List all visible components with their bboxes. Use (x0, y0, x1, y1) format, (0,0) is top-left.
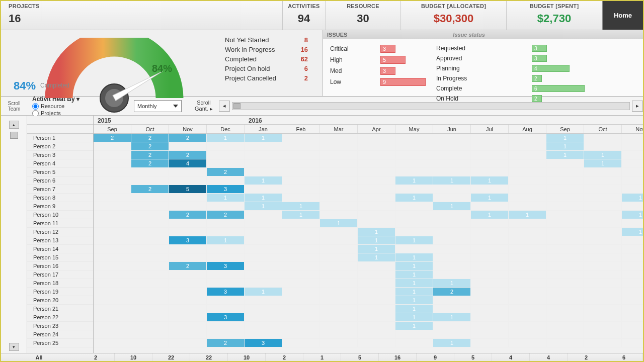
heatmap-cell[interactable]: 2 (131, 159, 169, 167)
timeline-scrollbar[interactable] (232, 102, 630, 110)
resource-name[interactable]: Person 15 (27, 253, 93, 262)
resource-name[interactable]: Person 2 (27, 142, 93, 151)
resource-name[interactable]: Person 1 (27, 134, 93, 142)
resource-name[interactable]: Person 13 (27, 236, 93, 245)
home-button[interactable]: Home (602, 1, 643, 30)
heatmap-cell[interactable]: 2 (131, 134, 169, 142)
heatmap-cell[interactable]: 1 (282, 202, 320, 210)
resource-name[interactable]: Person 4 (27, 159, 93, 168)
heatmap-cell[interactable]: 1 (358, 245, 395, 253)
heatmap-cell[interactable]: 1 (395, 176, 433, 185)
heatmap-cell[interactable]: 1 (245, 202, 282, 210)
heatmap-cell (282, 194, 320, 202)
heatmap-cell[interactable]: 1 (282, 211, 320, 219)
heatmap-cell[interactable]: 2 (169, 262, 207, 270)
vertical-scroll-thumb[interactable] (10, 132, 18, 139)
resource-name[interactable]: Person 17 (27, 270, 93, 279)
heatmap-cell[interactable]: 1 (622, 228, 643, 236)
heatmap-cell[interactable]: 1 (546, 134, 584, 142)
resource-name[interactable]: Person 7 (27, 185, 93, 194)
heatmap-cell[interactable]: 4 (169, 159, 207, 167)
heatmap-cell[interactable]: 1 (395, 270, 433, 279)
heatmap-cell[interactable]: 3 (169, 236, 207, 244)
heatmap-cell[interactable]: 1 (207, 134, 245, 142)
heatmap-cell[interactable]: 1 (471, 211, 509, 219)
heatmap-cell[interactable]: 2 (433, 288, 471, 296)
heatmap-cell[interactable]: 1 (245, 176, 282, 185)
heatmap-cell[interactable]: 1 (395, 194, 433, 202)
heatmap-cell[interactable]: 1 (584, 159, 622, 167)
resource-name[interactable]: Person 8 (27, 194, 93, 202)
heatmap-cell[interactable]: 1 (395, 296, 433, 304)
heatmap-cell[interactable]: 1 (471, 176, 509, 185)
resource-name[interactable]: Person 21 (27, 305, 93, 313)
resource-name[interactable]: Person 24 (27, 330, 93, 339)
heatmap-cell[interactable]: 3 (207, 262, 245, 270)
heatmap-cell[interactable]: 1 (395, 288, 433, 296)
heatmap-cell[interactable]: 1 (245, 288, 282, 296)
heatmap-cell[interactable]: 5 (169, 185, 207, 193)
heatmap-cell[interactable]: 1 (395, 322, 433, 330)
heatmap-cell[interactable]: 1 (584, 151, 622, 159)
heatmap-cell[interactable]: 2 (207, 339, 245, 347)
heatmap-cell[interactable]: 2 (131, 142, 169, 150)
heatmap-cell[interactable]: 3 (207, 185, 245, 193)
resource-name[interactable]: Person 5 (27, 168, 93, 176)
heatmap-cell[interactable]: 1 (245, 134, 282, 142)
heatmap-cell[interactable]: 1 (207, 236, 245, 244)
heatmap-cell[interactable]: 1 (433, 339, 471, 347)
heatmap-cell[interactable]: 1 (471, 194, 509, 202)
heatmap-cell[interactable]: 3 (207, 288, 245, 296)
heatmap-cell[interactable]: 1 (395, 253, 433, 261)
heatmap-cell[interactable]: 2 (207, 211, 245, 219)
resource-name[interactable]: Person 3 (27, 151, 93, 159)
heatmap-cell[interactable]: 1 (509, 211, 546, 219)
resource-name[interactable]: Person 23 (27, 322, 93, 330)
resource-name[interactable]: Person 25 (27, 339, 93, 347)
resource-name[interactable]: Person 16 (27, 262, 93, 270)
heatmap-cell[interactable]: 1 (433, 176, 471, 185)
resource-name[interactable]: Person 9 (27, 202, 93, 211)
resource-name[interactable]: Person 20 (27, 296, 93, 305)
resource-name[interactable]: Person 10 (27, 211, 93, 219)
heatmap-cell[interactable]: 1 (358, 228, 395, 236)
heatmap-cell[interactable]: 1 (433, 279, 471, 287)
resource-name[interactable]: Person 11 (27, 219, 93, 228)
heatmap-cell[interactable]: 3 (245, 339, 282, 347)
heatmap-cell[interactable]: 2 (169, 134, 207, 142)
heatmap-cell[interactable]: 1 (320, 219, 358, 227)
heatmap-cell[interactable]: 1 (433, 313, 471, 321)
resource-name[interactable]: Person 6 (27, 176, 93, 185)
heatmap-cell[interactable]: 2 (131, 185, 169, 193)
heatmap-cell[interactable]: 1 (207, 194, 245, 202)
heatmap-cell[interactable]: 1 (395, 313, 433, 321)
heatmap-cell[interactable]: 2 (94, 134, 131, 142)
heatmap-cell[interactable]: 1 (395, 262, 433, 270)
resource-name[interactable]: Person 18 (27, 279, 93, 288)
heatmap-cell[interactable]: 2 (169, 151, 207, 159)
resource-name[interactable]: Person 12 (27, 228, 93, 236)
heatmap-cell[interactable]: 1 (546, 142, 584, 150)
heatmap-cell[interactable]: 1 (395, 279, 433, 287)
heatmap-cell[interactable]: 3 (207, 313, 245, 321)
heatmap-cell[interactable]: 1 (395, 305, 433, 313)
scroll-up-button[interactable]: ▴ (9, 121, 19, 129)
heatmap-cell[interactable]: 1 (245, 194, 282, 202)
heatmap-cell[interactable]: 1 (358, 236, 395, 244)
heatmap-cell[interactable]: 1 (433, 202, 471, 210)
heatmap-cell[interactable]: 1 (358, 253, 395, 261)
heatmap-cell[interactable]: 1 (395, 236, 433, 244)
heatmap-cell[interactable]: 2 (169, 211, 207, 219)
heatmap-cell[interactable]: 2 (131, 151, 169, 159)
resource-name[interactable]: Person 22 (27, 313, 93, 322)
scroll-left-button[interactable]: ◂ (219, 101, 230, 112)
heatmap-cell[interactable]: 2 (207, 168, 245, 176)
scrollbar-thumb[interactable] (233, 103, 240, 109)
resource-name[interactable]: Person 19 (27, 288, 93, 296)
heatmap-cell (471, 253, 509, 261)
resource-name[interactable]: Person 14 (27, 245, 93, 253)
heatmap-cell[interactable]: 1 (546, 151, 584, 159)
heatmap-cell[interactable]: 1 (622, 194, 643, 202)
heatmap-cell[interactable]: 1 (622, 211, 643, 219)
scroll-down-button[interactable]: ▾ (9, 343, 19, 351)
